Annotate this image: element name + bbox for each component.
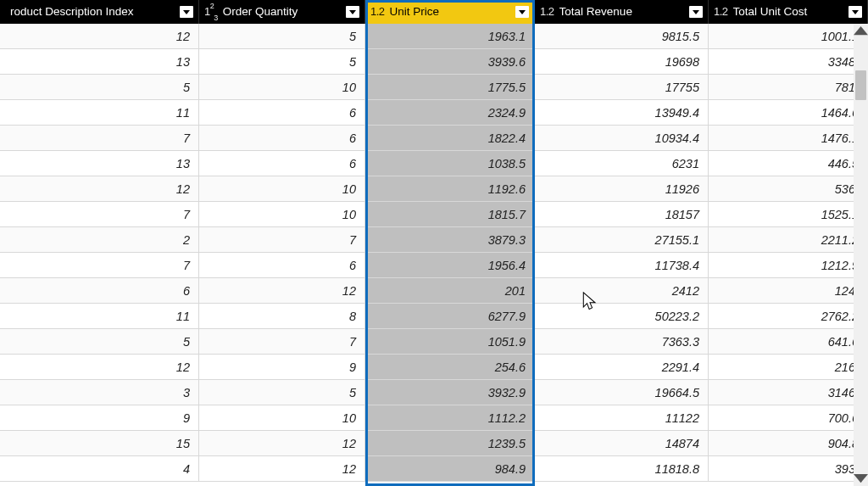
table-row[interactable]: 1361038.56231446.5 bbox=[0, 151, 868, 176]
cell[interactable]: 10 bbox=[199, 176, 365, 202]
column-header-1[interactable]: 123Order Quantity bbox=[199, 0, 365, 24]
cell[interactable]: 1775.5 bbox=[365, 75, 535, 100]
cell[interactable]: 5 bbox=[199, 49, 365, 75]
table-row[interactable]: 9101112.211122700.6 bbox=[0, 405, 868, 431]
cell[interactable]: 1212.9 bbox=[709, 253, 868, 278]
cell[interactable]: 984.9 bbox=[365, 456, 535, 482]
cell[interactable]: 3879.3 bbox=[365, 227, 535, 253]
cell[interactable]: 3939.6 bbox=[365, 49, 535, 75]
cell[interactable]: 6 bbox=[199, 151, 365, 176]
cell[interactable]: 3146. bbox=[709, 380, 868, 405]
cell[interactable]: 7 bbox=[199, 329, 365, 355]
cell[interactable]: 11122 bbox=[535, 405, 709, 431]
table-row[interactable]: 12101192.611926536. bbox=[0, 176, 868, 202]
scroll-up-arrow-icon[interactable] bbox=[854, 24, 868, 38]
cell[interactable]: 10 bbox=[199, 202, 365, 227]
cell[interactable]: 1001.1 bbox=[709, 24, 868, 49]
cell[interactable]: 18157 bbox=[535, 202, 709, 227]
cell[interactable]: 27155.1 bbox=[535, 227, 709, 253]
table-row[interactable]: 15121239.514874904.8 bbox=[0, 431, 868, 456]
cell[interactable]: 124. bbox=[709, 278, 868, 304]
scroll-down-arrow-icon[interactable] bbox=[854, 472, 868, 486]
cell[interactable]: 254.6 bbox=[365, 355, 535, 380]
cell[interactable]: 4 bbox=[0, 456, 199, 482]
cell[interactable]: 2291.4 bbox=[535, 355, 709, 380]
cell[interactable]: 781. bbox=[709, 75, 868, 100]
cell[interactable]: 6 bbox=[199, 100, 365, 126]
cell[interactable]: 7 bbox=[199, 227, 365, 253]
cell[interactable]: 12 bbox=[199, 456, 365, 482]
cell[interactable]: 641.6 bbox=[709, 329, 868, 355]
cell[interactable]: 12 bbox=[199, 278, 365, 304]
cell[interactable]: 6 bbox=[0, 278, 199, 304]
cell[interactable]: 50223.2 bbox=[535, 304, 709, 329]
cell[interactable]: 7363.3 bbox=[535, 329, 709, 355]
cell[interactable]: 12 bbox=[0, 24, 199, 49]
cell[interactable]: 1956.4 bbox=[365, 253, 535, 278]
chevron-down-icon[interactable] bbox=[849, 6, 862, 18]
cell[interactable]: 446.5 bbox=[709, 151, 868, 176]
table-row[interactable]: 353932.919664.53146. bbox=[0, 380, 868, 405]
chevron-down-icon[interactable] bbox=[180, 6, 193, 18]
table-row[interactable]: 761822.410934.41476.1 bbox=[0, 126, 868, 151]
cell[interactable]: 1822.4 bbox=[365, 126, 535, 151]
cell[interactable]: 2211.2 bbox=[709, 227, 868, 253]
cell[interactable]: 1525.1 bbox=[709, 202, 868, 227]
cell[interactable]: 5 bbox=[199, 24, 365, 49]
cell[interactable]: 5 bbox=[0, 75, 199, 100]
cell[interactable]: 11 bbox=[0, 304, 199, 329]
chevron-down-icon[interactable] bbox=[689, 6, 703, 18]
column-header-2[interactable]: 1.2Unit Price bbox=[365, 0, 535, 24]
cell[interactable]: 19664.5 bbox=[535, 380, 709, 405]
table-row[interactable]: 1186277.950223.22762.2 bbox=[0, 304, 868, 329]
cell[interactable]: 11926 bbox=[535, 176, 709, 202]
column-header-4[interactable]: 1.2Total Unit Cost bbox=[709, 0, 868, 24]
cell[interactable]: 10 bbox=[199, 75, 365, 100]
cell[interactable]: 15 bbox=[0, 431, 199, 456]
cell[interactable]: 1476.1 bbox=[709, 126, 868, 151]
cell[interactable]: 5 bbox=[0, 329, 199, 355]
column-header-0[interactable]: roduct Description Index bbox=[0, 0, 199, 24]
cell[interactable]: 1464.6 bbox=[709, 100, 868, 126]
cell[interactable]: 8 bbox=[199, 304, 365, 329]
cell[interactable]: 3 bbox=[0, 380, 199, 405]
table-row[interactable]: 6122012412124. bbox=[0, 278, 868, 304]
chevron-down-icon[interactable] bbox=[515, 6, 529, 18]
cell[interactable]: 2324.9 bbox=[365, 100, 535, 126]
cell[interactable]: 216. bbox=[709, 355, 868, 380]
table-row[interactable]: 1162324.913949.41464.6 bbox=[0, 100, 868, 126]
cell[interactable]: 10 bbox=[199, 405, 365, 431]
cell[interactable]: 14874 bbox=[535, 431, 709, 456]
table-row[interactable]: 571051.97363.3641.6 bbox=[0, 329, 868, 355]
cell[interactable]: 7 bbox=[0, 126, 199, 151]
table-row[interactable]: 1353939.6196983348. bbox=[0, 49, 868, 75]
cell[interactable]: 1192.6 bbox=[365, 176, 535, 202]
cell[interactable]: 10934.4 bbox=[535, 126, 709, 151]
cell[interactable]: 6277.9 bbox=[365, 304, 535, 329]
table-row[interactable]: 7101815.7181571525.1 bbox=[0, 202, 868, 227]
chevron-down-icon[interactable] bbox=[346, 6, 359, 18]
cell[interactable]: 201 bbox=[365, 278, 535, 304]
table-row[interactable]: 273879.327155.12211.2 bbox=[0, 227, 868, 253]
cell[interactable]: 2762.2 bbox=[709, 304, 868, 329]
cell[interactable]: 11 bbox=[0, 100, 199, 126]
cell[interactable]: 6231 bbox=[535, 151, 709, 176]
cell[interactable]: 1963.1 bbox=[365, 24, 535, 49]
cell[interactable]: 11818.8 bbox=[535, 456, 709, 482]
cell[interactable]: 2412 bbox=[535, 278, 709, 304]
cell[interactable]: 19698 bbox=[535, 49, 709, 75]
cell[interactable]: 1112.2 bbox=[365, 405, 535, 431]
cell[interactable]: 17755 bbox=[535, 75, 709, 100]
cell[interactable]: 1051.9 bbox=[365, 329, 535, 355]
cell[interactable]: 13949.4 bbox=[535, 100, 709, 126]
table-row[interactable]: 129254.62291.4216. bbox=[0, 355, 868, 380]
vertical-scrollbar[interactable] bbox=[854, 24, 868, 486]
cell[interactable]: 12 bbox=[0, 176, 199, 202]
cell[interactable]: 7 bbox=[0, 253, 199, 278]
cell[interactable]: 9 bbox=[0, 405, 199, 431]
cell[interactable]: 6 bbox=[199, 253, 365, 278]
cell[interactable]: 1038.5 bbox=[365, 151, 535, 176]
cell[interactable]: 12 bbox=[199, 431, 365, 456]
cell[interactable]: 393. bbox=[709, 456, 868, 482]
cell[interactable]: 700.6 bbox=[709, 405, 868, 431]
